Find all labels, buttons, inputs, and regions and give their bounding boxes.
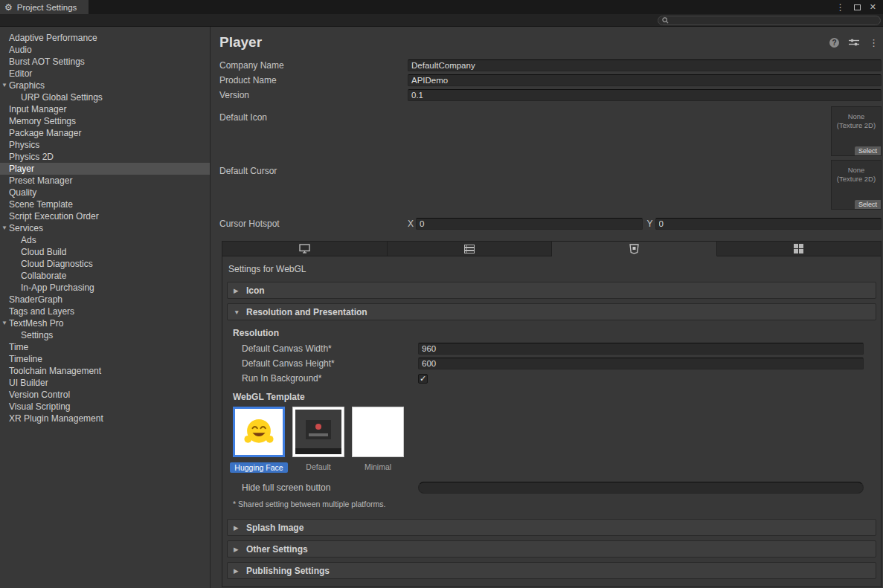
template-hugging-face[interactable]: Hugging Face [233, 407, 285, 473]
sidebar-item-label: Version Control [9, 390, 70, 400]
shared-setting-footnote: * Shared setting between multiple platfo… [233, 500, 870, 508]
cursor-hotspot-x-field[interactable] [416, 218, 643, 230]
help-icon[interactable]: ? [829, 38, 839, 48]
more-icon[interactable]: ⋮ [869, 37, 879, 48]
sidebar-item-label: Editor [9, 68, 32, 79]
minimal-thumbnail[interactable] [352, 407, 404, 457]
cursor-hotspot-label: Cursor Hotspot [219, 219, 408, 229]
webgl-platform-icon [629, 244, 639, 254]
sidebar-item[interactable]: ▼ TextMesh Pro [0, 317, 210, 329]
sidebar-item[interactable]: UI Builder [0, 377, 210, 389]
sidebar-item[interactable]: Time [0, 341, 210, 353]
sidebar-item[interactable]: Toolchain Management [0, 365, 210, 377]
disclosure-triangle-icon: ▶ [234, 524, 241, 532]
expander-icon[interactable]: ▼ [1, 317, 8, 329]
company-name-field[interactable] [408, 59, 882, 71]
default-icon-picker[interactable]: None(Texture 2D) Select [831, 106, 882, 156]
hotspot-y-label: Y [647, 219, 655, 229]
close-button[interactable]: ✕ [870, 2, 876, 12]
sidebar-item[interactable]: Preset Manager [0, 175, 210, 187]
canvas-width-field[interactable] [418, 343, 864, 355]
window-more-icon[interactable]: ⋮ [836, 2, 845, 13]
run-in-background-checkbox[interactable] [418, 374, 428, 384]
sidebar-item-label: Services [9, 223, 43, 233]
default-cursor-label: Default Cursor [219, 160, 408, 176]
window-controls: ⋮ ✕ [836, 0, 883, 14]
select-button[interactable]: Select [855, 200, 881, 209]
tab-windows-platform[interactable] [717, 241, 882, 256]
canvas-height-label: Default Canvas Height* [227, 358, 418, 369]
disclosure-triangle-icon: ▶ [234, 567, 241, 575]
dedicated-server-platform-icon [464, 245, 475, 253]
section-splash-image-header[interactable]: ▶ Splash Image [227, 519, 876, 536]
sidebar-item[interactable]: Timeline [0, 353, 210, 365]
sidebar-item[interactable]: Tags and Layers [0, 306, 210, 317]
sidebar-item[interactable]: Cloud Build [0, 246, 210, 258]
section-publishing-settings-header[interactable]: ▶ Publishing Settings [227, 562, 876, 579]
default-cursor-picker[interactable]: None(Texture 2D) Select [831, 160, 882, 210]
sidebar-item[interactable]: Collaborate [0, 270, 210, 282]
sidebar-item[interactable]: URP Global Settings [0, 91, 210, 103]
section-resolution-presentation-header[interactable]: ▼ Resolution and Presentation [227, 303, 876, 320]
sidebar-item[interactable]: Audio [0, 44, 210, 56]
sidebar-item-label: Input Manager [9, 104, 66, 114]
sidebar-item[interactable]: ▼ Services [0, 222, 210, 234]
tab-desktop-platform[interactable] [222, 241, 388, 256]
sidebar-item[interactable]: Quality [0, 187, 210, 198]
tab-webgl-platform[interactable] [552, 241, 717, 256]
sidebar-item[interactable]: Cloud Diagnostics [0, 258, 210, 270]
section-icon-header[interactable]: ▶ Icon [227, 282, 876, 299]
template-default[interactable]: Default [292, 407, 344, 473]
sidebar-item[interactable]: Package Manager [0, 127, 210, 139]
sidebar-item-label: Script Execution Order [9, 211, 99, 222]
sidebar-item[interactable]: In-App Purchasing [0, 282, 210, 294]
product-name-field[interactable] [408, 74, 882, 86]
sidebar-item-label: XR Plugin Management [9, 413, 103, 424]
sidebar-item[interactable]: ShaderGraph [0, 294, 210, 306]
sidebar-item[interactable]: Burst AOT Settings [0, 56, 210, 68]
sidebar-item[interactable]: Version Control [0, 389, 210, 401]
project-settings-tab[interactable]: ⚙ Project Settings [0, 0, 89, 14]
settings-sidebar: Adaptive Performance Audio Burst AOT Set… [0, 27, 211, 588]
sidebar-item[interactable]: Scene Template [0, 198, 210, 210]
presets-icon[interactable] [849, 38, 859, 47]
expander-icon[interactable]: ▼ [1, 80, 8, 91]
sidebar-item[interactable]: Settings [0, 329, 210, 341]
sidebar-item[interactable]: Physics 2D [0, 151, 210, 163]
run-in-background-label: Run In Background* [227, 373, 418, 384]
tab-title: Project Settings [17, 3, 77, 12]
canvas-height-field[interactable] [418, 358, 864, 369]
sidebar-item[interactable]: Input Manager [0, 103, 210, 115]
sidebar-item-label: Tags and Layers [9, 306, 74, 317]
search-input[interactable] [671, 16, 876, 25]
expander-icon[interactable]: ▼ [1, 222, 8, 234]
cursor-hotspot-y-field[interactable] [655, 218, 882, 230]
default-thumbnail[interactable] [292, 407, 344, 457]
maximize-button[interactable] [854, 4, 861, 10]
search-box[interactable] [658, 16, 881, 25]
settings-for-label: Settings for WebGL [228, 264, 876, 274]
version-row: Version [219, 88, 882, 103]
toolbar [0, 14, 883, 27]
sidebar-item[interactable]: Ads [0, 234, 210, 246]
sidebar-item[interactable]: Visual Scripting [0, 401, 210, 413]
sidebar-item-label: Preset Manager [9, 175, 72, 186]
sidebar-item[interactable]: Memory Settings [0, 115, 210, 127]
sidebar-item-label: In-App Purchasing [21, 282, 94, 293]
sidebar-item[interactable]: ▼ Graphics [0, 80, 210, 91]
default-icon-row: Default Icon None(Texture 2D) Select [219, 106, 882, 156]
sidebar-item[interactable]: Editor [0, 68, 210, 80]
sidebar-item[interactable]: Player [0, 163, 210, 175]
hugging-face-thumbnail[interactable] [233, 407, 285, 457]
select-button[interactable]: Select [855, 146, 881, 155]
version-field[interactable] [408, 89, 882, 101]
section-other-settings-header[interactable]: ▶ Other Settings [227, 540, 876, 558]
sidebar-item[interactable]: XR Plugin Management [0, 413, 210, 424]
tab-dedicated-server-platform[interactable] [388, 241, 553, 256]
hide-fullscreen-field[interactable] [418, 482, 864, 494]
sidebar-item[interactable]: Adaptive Performance [0, 32, 210, 44]
sidebar-item[interactable]: Script Execution Order [0, 210, 210, 222]
template-minimal[interactable]: Minimal [352, 407, 404, 473]
sidebar-item[interactable]: Physics [0, 139, 210, 151]
sidebar-item-label: Timeline [9, 354, 42, 364]
